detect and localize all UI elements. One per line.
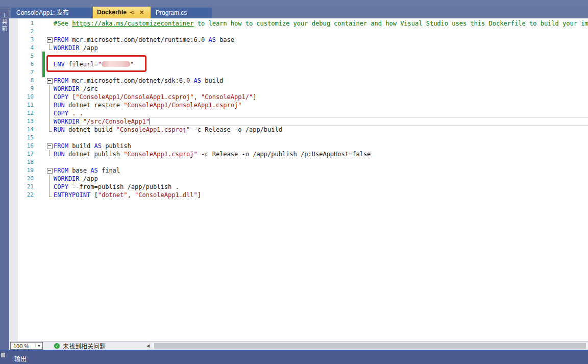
code-text[interactable]: FROM mcr.microsoft.com/dotnet/runtime:6.… (54, 36, 588, 44)
code-text[interactable] (54, 158, 588, 166)
code-segment-kw: FROM (54, 167, 68, 174)
code-line[interactable]: 6ENV fileurl="" (9, 60, 588, 68)
code-line[interactable]: 12COPY . . (9, 109, 588, 117)
code-editor[interactable]: 1#See https://aka.ms/customizecontainer … (9, 18, 588, 341)
fold-guide (45, 101, 54, 109)
code-segment-kw: FROM (54, 77, 68, 84)
line-number: 13 (9, 117, 34, 126)
code-text[interactable]: COPY ["ConsoleApp1/ConsoleApp1.csproj", … (54, 93, 588, 101)
horizontal-scrollbar-thumb[interactable] (154, 343, 586, 349)
code-text[interactable]: FROM base AS final (54, 166, 588, 175)
fold-column (45, 158, 54, 166)
code-segment-pln: dotnet restore (65, 102, 124, 109)
code-text[interactable] (54, 68, 588, 77)
code-line[interactable]: 18 (9, 158, 588, 166)
line-number: 21 (9, 183, 34, 191)
horizontal-scrollbar[interactable] (152, 343, 588, 349)
code-segment-kw: FROM (54, 36, 68, 43)
code-line[interactable]: 10COPY ["ConsoleApp1/ConsoleApp1.csproj"… (9, 93, 588, 101)
code-text[interactable]: WORKDIR "/src/ConsoleApp1" (54, 117, 588, 126)
fold-guide (45, 85, 54, 93)
code-segment-pln: [ (90, 191, 97, 199)
change-bar-empty (34, 166, 45, 175)
scroll-left-icon[interactable]: ◀ (145, 343, 151, 349)
code-segment-pln: [ (68, 93, 76, 101)
code-line[interactable]: 17RUN dotnet publish "ConsoleApp1.csproj… (9, 150, 588, 158)
code-line[interactable]: 15 (9, 134, 588, 142)
code-segment-pln: . . (68, 110, 83, 117)
code-text[interactable]: #See https://aka.ms/customizecontainer t… (54, 19, 588, 28)
code-text[interactable]: WORKDIR /app (54, 44, 588, 52)
text-caret (150, 118, 150, 125)
zoom-level-dropdown[interactable]: 100 % ▼ (10, 342, 43, 350)
code-text[interactable]: RUN dotnet build "ConsoleApp1.csproj" -c… (54, 126, 588, 134)
tab-program-cs[interactable]: Program.cs (151, 8, 212, 18)
tab-consoleapp1-publish[interactable]: ConsoleApp1: 发布 (11, 8, 92, 18)
code-text[interactable]: ENTRYPOINT ["dotnet", "ConsoleApp1.dll"] (54, 191, 588, 199)
code-segment-pln: base (216, 36, 234, 43)
code-line[interactable]: 3FROM mcr.microsoft.com/dotnet/runtime:6… (9, 36, 588, 44)
line-number: 15 (9, 134, 34, 142)
fold-collapse-icon[interactable] (45, 36, 54, 44)
code-text[interactable]: FROM build AS publish (54, 142, 588, 150)
output-panel-tab[interactable]: 输出 (14, 354, 27, 364)
change-bar-empty (34, 183, 45, 191)
code-text[interactable] (54, 52, 588, 60)
tab-dockerfile[interactable]: Dockerfile ✕ (93, 7, 151, 18)
fold-collapse-icon[interactable] (45, 166, 54, 175)
fold-collapse-icon[interactable] (45, 77, 54, 85)
line-number: 8 (9, 77, 34, 85)
code-segment-str: "ConsoleApp1/ConsoleApp1.csproj" (124, 102, 241, 109)
code-line[interactable]: 16FROM build AS publish (9, 142, 588, 150)
code-text[interactable]: ENV fileurl="" (54, 60, 588, 68)
code-segment-kw: COPY (54, 183, 68, 190)
code-line[interactable]: 7 (9, 68, 588, 77)
code-line[interactable]: 2 (9, 28, 588, 36)
change-bar (34, 52, 45, 60)
code-text[interactable]: FROM mcr.microsoft.com/dotnet/sdk:6.0 AS… (54, 77, 588, 85)
code-line[interactable]: 5 (9, 52, 588, 60)
code-text[interactable]: RUN dotnet restore "ConsoleApp1/ConsoleA… (54, 101, 588, 109)
pin-icon[interactable] (129, 9, 136, 16)
fold-collapse-icon[interactable] (45, 142, 54, 150)
panel-gripper[interactable] (1, 353, 5, 357)
code-line[interactable]: 8FROM mcr.microsoft.com/dotnet/sdk:6.0 A… (9, 77, 588, 85)
code-segment-pln: dotnet publish (65, 151, 124, 158)
code-line[interactable]: 20WORKDIR /app (9, 175, 588, 183)
code-segment-pln: -c Release -o /app/publish /p:UseAppHost… (198, 151, 371, 158)
toolbox-vertical-tab[interactable]: 工具箱 (0, 9, 9, 32)
check-circle-icon: ✓ (54, 343, 60, 349)
code-segment-pln: mcr.microsoft.com/dotnet/sdk:6.0 (68, 77, 194, 84)
chevron-down-icon: ▼ (35, 344, 42, 348)
fold-column (45, 19, 54, 28)
document-health-text: 未找到相关问题 (63, 342, 106, 350)
code-line[interactable]: 21COPY --from=publish /app/publish . (9, 183, 588, 191)
code-line[interactable]: 9WORKDIR /src (9, 85, 588, 93)
code-segment-lnk: https://aka.ms/customizecontainer (72, 20, 193, 27)
line-number: 18 (9, 158, 34, 166)
code-text[interactable] (54, 28, 588, 36)
code-text[interactable]: COPY --from=publish /app/publish . (54, 183, 588, 191)
change-bar-empty (34, 85, 45, 93)
code-segment-kw: COPY (54, 93, 68, 101)
code-text[interactable]: COPY . . (54, 109, 588, 117)
code-segment-pln: publish (102, 142, 131, 150)
code-segment-str: " (130, 61, 134, 68)
close-icon[interactable]: ✕ (138, 9, 145, 16)
change-bar-empty (34, 28, 45, 36)
change-bar-empty (34, 101, 45, 109)
code-area[interactable]: 1#See https://aka.ms/customizecontainer … (9, 18, 588, 199)
code-line[interactable]: 11RUN dotnet restore "ConsoleApp1/Consol… (9, 101, 588, 109)
code-line[interactable]: 14RUN dotnet build "ConsoleApp1.csproj" … (9, 126, 588, 134)
code-line[interactable]: 13WORKDIR "/src/ConsoleApp1" (9, 117, 588, 126)
code-text[interactable] (54, 134, 588, 142)
code-line[interactable]: 22ENTRYPOINT ["dotnet", "ConsoleApp1.dll… (9, 191, 588, 199)
code-text[interactable]: WORKDIR /app (54, 175, 588, 183)
code-text[interactable]: RUN dotnet publish "ConsoleApp1.csproj" … (54, 150, 588, 158)
code-text[interactable]: WORKDIR /src (54, 85, 588, 93)
code-line[interactable]: 4WORKDIR /app (9, 44, 588, 52)
line-number: 7 (9, 68, 34, 77)
line-number: 17 (9, 150, 34, 158)
code-line[interactable]: 1#See https://aka.ms/customizecontainer … (9, 19, 588, 28)
code-line[interactable]: 19FROM base AS final (9, 166, 588, 175)
